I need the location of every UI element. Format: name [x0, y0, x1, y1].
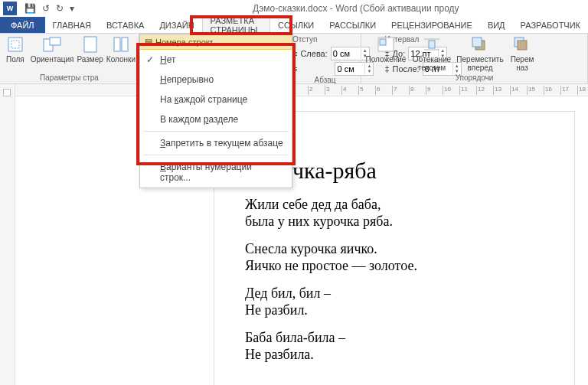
- title-bar: W 💾 ↺ ↻ ▾ Дэмо-сказки.docx - Word (Сбой …: [0, 0, 588, 17]
- svg-rect-0: [8, 38, 22, 51]
- svg-rect-6: [122, 38, 128, 51]
- quick-access-toolbar: 💾 ↺ ↻ ▾: [24, 3, 74, 14]
- save-icon[interactable]: 💾: [24, 3, 36, 14]
- columns-label: Колонки: [106, 55, 136, 64]
- orientation-icon: [41, 35, 63, 54]
- indent-left-label: Слева:: [300, 49, 327, 58]
- doc-line[interactable]: Дед бил, бил –: [245, 285, 544, 302]
- tab-design[interactable]: ДИЗАЙН: [152, 17, 201, 33]
- bring-forward-button[interactable]: Переместить вперед: [456, 35, 504, 72]
- svg-rect-15: [518, 41, 527, 50]
- tab-page-layout[interactable]: РАЗМЕТКА СТРАНИЦЫ: [202, 17, 270, 34]
- app-icon: W: [3, 2, 17, 15]
- group-arrange-label: Упорядочи: [364, 73, 584, 83]
- ribbon-tabs: ФАЙЛ ГЛАВНАЯ ВСТАВКА ДИЗАЙН РАЗМЕТКА СТР…: [0, 17, 588, 34]
- line-numbers-icon: ▤: [145, 37, 152, 47]
- horizontal-ruler: 1234567891011121314151617181920: [15, 84, 588, 96]
- menu-item-3[interactable]: В каждом разделе: [140, 109, 292, 129]
- doc-line[interactable]: Яичко не простое — золотое.: [245, 257, 544, 274]
- size-button[interactable]: Размер: [77, 35, 103, 64]
- document-area: 1234567891011121314151617181920 Курочка-…: [15, 84, 588, 385]
- tab-home[interactable]: ГЛАВНАЯ: [45, 17, 99, 33]
- doc-line[interactable]: Жили себе дед да баба,: [245, 196, 544, 213]
- size-label: Размер: [77, 55, 103, 64]
- line-numbers-menu-header[interactable]: ▤ Номера строк: [140, 34, 292, 50]
- menu-item-2[interactable]: На каждой странице: [140, 90, 292, 109]
- doc-line[interactable]: Баба била-била –: [245, 329, 544, 346]
- tab-mailings[interactable]: РАССЫЛКИ: [322, 17, 384, 33]
- wrap-text-button[interactable]: Обтекание текстом: [410, 35, 453, 72]
- position-icon: [375, 35, 397, 54]
- menu-item-1[interactable]: Непрерывно: [140, 70, 292, 90]
- svg-rect-4: [84, 37, 96, 52]
- group-arrange: Положение Обтекание текстом Переместить …: [361, 34, 588, 83]
- doc-stanza[interactable]: Дед бил, бил –Не разбил.: [245, 285, 544, 318]
- window-title: Дэмо-сказки.docx - Word (Сбой активации …: [253, 3, 459, 14]
- redo-icon[interactable]: ↻: [56, 3, 64, 14]
- doc-stanza[interactable]: Снесла курочка яичко.Яичко не простое — …: [245, 240, 544, 274]
- indent-right-icon: ≡: [292, 64, 297, 73]
- margins-button[interactable]: Поля: [3, 35, 28, 64]
- backward-icon: [511, 35, 533, 54]
- wrap-label: Обтекание текстом: [410, 55, 453, 72]
- tab-references[interactable]: ССЫЛКИ: [270, 17, 322, 33]
- svg-rect-13: [472, 38, 482, 47]
- vertical-ruler: [0, 84, 15, 385]
- menu-item-0[interactable]: Нет: [140, 50, 292, 70]
- menu-item-5[interactable]: Варианты нумерации строк...: [140, 157, 292, 188]
- svg-rect-9: [429, 41, 435, 48]
- svg-rect-3: [50, 38, 60, 45]
- tab-developer[interactable]: РАЗРАБОТЧИК: [513, 17, 588, 33]
- forward-icon: [469, 35, 491, 54]
- ribbon: Поля Ориентация Размер Колонки Параметры…: [0, 34, 588, 84]
- forward-label: Переместить вперед: [456, 55, 504, 72]
- ruler-marker-icon: [3, 89, 11, 96]
- doc-stanza[interactable]: Баба била-била –Не разбила.: [245, 329, 544, 363]
- menu-item-4[interactable]: Запретить в текущем абзаце: [140, 133, 292, 153]
- orientation-button[interactable]: Ориентация: [31, 35, 74, 64]
- line-numbers-header-label: Номера строк: [155, 38, 210, 47]
- line-numbers-menu: ▤ Номера строк НетНепрерывноНа каждой ст…: [139, 34, 292, 188]
- doc-line[interactable]: Не разбил.: [245, 302, 544, 318]
- tab-view[interactable]: ВИД: [480, 17, 513, 33]
- columns-button[interactable]: Колонки: [106, 35, 136, 64]
- group-page-setup: Поля Ориентация Размер Колонки Параметры…: [0, 34, 139, 83]
- margins-icon: [5, 35, 26, 54]
- indent-right-input[interactable]: [335, 64, 364, 73]
- columns-icon: [110, 35, 132, 54]
- tab-review[interactable]: РЕЦЕНЗИРОВАНИЕ: [384, 17, 480, 33]
- doc-line[interactable]: была у них курочка ряба.: [245, 213, 544, 230]
- undo-icon[interactable]: ↺: [42, 3, 50, 14]
- backward-label: Перем наз: [507, 55, 537, 72]
- svg-rect-8: [380, 39, 386, 45]
- position-label: Положение: [366, 55, 407, 64]
- tab-insert[interactable]: ВСТАВКА: [99, 17, 152, 33]
- doc-stanza[interactable]: Жили себе дед да баба,была у них курочка…: [245, 196, 544, 230]
- orientation-label: Ориентация: [31, 55, 74, 64]
- workspace: 1234567891011121314151617181920 Курочка-…: [0, 84, 588, 385]
- group-page-setup-label: Параметры стра: [3, 73, 136, 83]
- wrap-icon: [421, 35, 443, 54]
- size-icon: [80, 35, 101, 54]
- indent-left-input[interactable]: [332, 49, 361, 58]
- margins-label: Поля: [6, 55, 24, 64]
- doc-line[interactable]: Снесла курочка яичко.: [245, 240, 544, 257]
- indent-left-icon: ≡: [292, 49, 297, 58]
- tab-file[interactable]: ФАЙЛ: [0, 17, 45, 33]
- qat-more-icon[interactable]: ▾: [70, 3, 74, 14]
- send-backward-button[interactable]: Перем наз: [507, 35, 537, 72]
- svg-rect-5: [114, 38, 120, 51]
- doc-line[interactable]: Не разбила.: [245, 346, 544, 363]
- position-button[interactable]: Положение: [364, 35, 407, 64]
